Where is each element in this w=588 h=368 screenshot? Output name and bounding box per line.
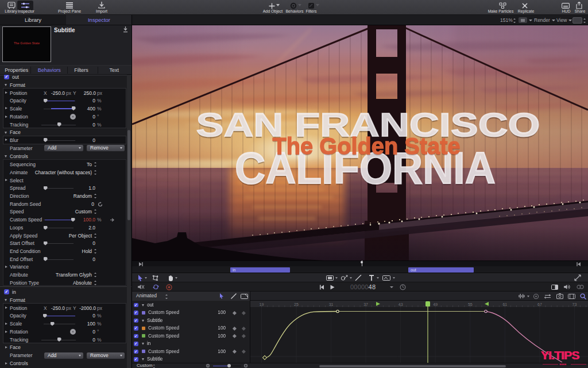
svg-text:55: 55: [468, 302, 473, 306]
svg-text:67: 67: [537, 302, 542, 306]
svg-text:49: 49: [433, 302, 438, 306]
svg-text:37: 37: [363, 302, 368, 306]
svg-text:73: 73: [572, 302, 577, 306]
svg-text:The Golden State: The Golden State: [273, 133, 461, 159]
svg-text:61: 61: [502, 302, 507, 306]
svg-text:31: 31: [329, 302, 334, 306]
svg-text:43: 43: [399, 302, 403, 306]
svg-text:19: 19: [260, 302, 264, 306]
svg-text:25: 25: [294, 302, 299, 306]
